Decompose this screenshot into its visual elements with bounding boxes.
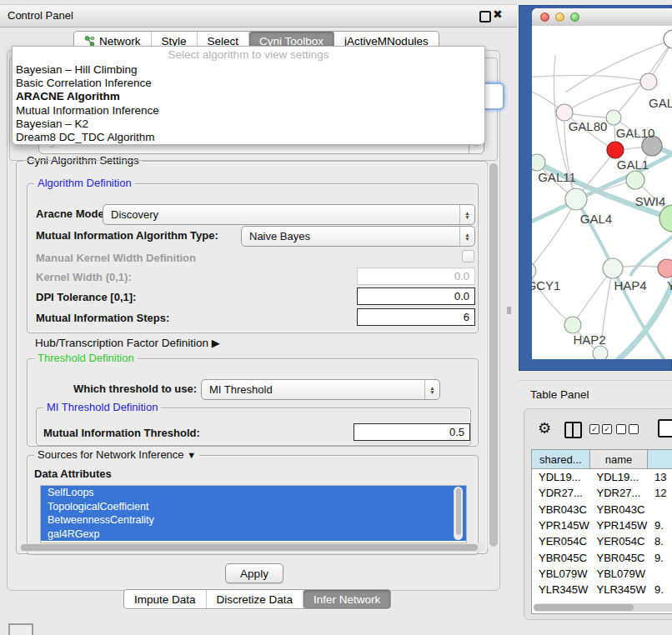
table-cell: YBR043C: [532, 502, 590, 518]
table-cell: YDL19...: [590, 469, 649, 485]
show-columns-icon[interactable]: ✓ ✓: [589, 424, 612, 434]
network-window-titlebar[interactable]: [532, 8, 672, 27]
zoom-traffic-icon[interactable]: [570, 12, 579, 22]
table-cell: 9.: [648, 582, 672, 598]
settings-vscrollbar[interactable]: [487, 161, 499, 552]
network-node[interactable]: [532, 154, 545, 171]
attribute-list-item[interactable]: TopologicalCoefficient: [41, 500, 466, 514]
node-label: HAP2: [573, 332, 605, 347]
algorithm-popup-placeholder: Select algorithm to view settings: [13, 47, 484, 62]
which-threshold-combo[interactable]: MI Threshold ▲▼: [201, 379, 440, 400]
table-row[interactable]: YDR27...YDR27...12: [532, 485, 672, 501]
close-traffic-icon[interactable]: [540, 12, 549, 22]
network-node[interactable]: [658, 259, 672, 278]
network-node-labels: GALGAL80GAL10GAL1SWI4GAL11GAL4GCY1HAP4YH…: [532, 96, 672, 347]
algorithm-option[interactable]: Dream8 DC_TDC Algorithm: [13, 130, 484, 143]
table-cell: YIL052C: [532, 598, 590, 602]
kernel-width-label: Kernel Width (0,1):: [36, 271, 132, 283]
table-cell: YBR045C: [590, 549, 649, 565]
network-node[interactable]: [593, 346, 608, 359]
scroll-thumb[interactable]: [21, 544, 478, 551]
network-node[interactable]: [626, 171, 644, 189]
mi-threshold-input[interactable]: 0.5: [354, 423, 470, 441]
network-node[interactable]: [556, 104, 573, 121]
scroll-thumb[interactable]: [456, 488, 461, 535]
apply-button[interactable]: Apply: [225, 563, 283, 583]
algorithm-option[interactable]: Bayesian – K2: [13, 117, 484, 130]
table-row[interactable]: YDL19...YDL19...13: [532, 469, 672, 485]
settings-hscrollbar[interactable]: [20, 543, 484, 552]
mi-threshold-group: MI Threshold Definition Mutual Informati…: [36, 408, 471, 446]
float-window-icon[interactable]: [479, 11, 491, 22]
node-label: GAL80: [569, 119, 608, 133]
network-node[interactable]: [640, 73, 657, 90]
network-canvas[interactable]: GALGAL80GAL10GAL1SWI4GAL11GAL4GCY1HAP4YH…: [532, 26, 672, 359]
table-row[interactable]: YPR145WYPR145W9.: [532, 518, 672, 533]
split-panel-icon[interactable]: [564, 422, 582, 438]
data-attributes-list[interactable]: SelfLoopsTopologicalCoefficientBetweenne…: [40, 485, 467, 543]
collapsed-arrow-icon: ▶: [212, 337, 220, 349]
algorithm-option[interactable]: ARACNE Algorithm: [13, 90, 484, 103]
threshold-definition-title: Threshold Definition: [34, 352, 138, 364]
table-row[interactable]: YBR043CYBR043C: [532, 502, 672, 518]
table-row[interactable]: YBR045CYBR045C9.: [532, 549, 672, 565]
dpi-tolerance-label: DPI Tolerance [0,1]:: [36, 291, 136, 303]
scroll-thumb[interactable]: [489, 163, 498, 547]
hub-definition-toggle[interactable]: Hub/Transcription Factor Definition ▶: [35, 337, 220, 349]
network-node[interactable]: [564, 317, 581, 333]
network-node[interactable]: [606, 110, 621, 125]
tab-discretize-data[interactable]: Discretize Data: [207, 590, 304, 608]
column-header-clipped[interactable]: [648, 450, 672, 468]
algorithm-definition-title: Algorithm Definition: [34, 177, 135, 189]
algorithm-option[interactable]: Mutual Information Inference: [13, 103, 484, 117]
scroll-thumb[interactable]: [534, 604, 634, 611]
table-cell: [648, 566, 672, 582]
bottom-tabbar: Impute Data Discretize Data Infer Networ…: [123, 589, 391, 609]
network-node[interactable]: [664, 30, 672, 48]
document-icon[interactable]: [658, 419, 672, 438]
aracne-mode-combo[interactable]: Discovery ▲▼: [103, 204, 475, 225]
attribute-list-item[interactable]: gal4RGexp: [41, 528, 466, 542]
dpi-tolerance-input[interactable]: 0.0: [357, 288, 475, 305]
network-node[interactable]: [607, 142, 624, 158]
mi-threshold-title: MI Threshold Definition: [43, 401, 161, 413]
collapsed-panel-stub[interactable]: [8, 623, 33, 635]
table-row[interactable]: YER054CYER054C8.: [532, 533, 672, 549]
minimize-traffic-icon[interactable]: [555, 12, 564, 22]
threshold-definition-group: Threshold Definition Which threshold to …: [27, 358, 479, 447]
attribute-list-item[interactable]: SelfLoops: [41, 486, 466, 500]
table-row[interactable]: YBL079WYBL079W: [532, 566, 672, 582]
mi-steps-input[interactable]: 6: [357, 308, 475, 326]
column-header-name[interactable]: name: [590, 450, 649, 468]
expanded-arrow-icon[interactable]: ▼: [187, 450, 196, 460]
mi-type-combo[interactable]: Naive Bayes ▲▼: [241, 226, 475, 247]
close-icon[interactable]: ✖: [493, 8, 503, 21]
control-panel-title: Control Panel: [8, 9, 73, 22]
table-row[interactable]: YIL052CYIL052C9: [532, 598, 672, 602]
column-header-shared[interactable]: shared...: [532, 450, 590, 468]
algorithm-option[interactable]: Bayesian – Hill Climbing: [13, 62, 484, 76]
table-row[interactable]: YLR345WYLR345W9.: [532, 582, 672, 598]
splitter-grip[interactable]: [507, 307, 511, 314]
gear-icon[interactable]: ⚙: [538, 419, 551, 438]
node-label: GAL11: [538, 170, 576, 184]
network-node[interactable]: [565, 188, 587, 210]
manual-kernel-checkbox[interactable]: [462, 250, 474, 262]
algorithm-option[interactable]: Basic Correlation Inference: [13, 76, 484, 89]
node-label: Y: [667, 278, 672, 292]
table-header-row: shared... name: [532, 450, 672, 469]
attributes-vscrollbar[interactable]: [454, 487, 463, 540]
attribute-list-item[interactable]: BetweennessCentrality: [41, 513, 466, 528]
table-cell: YER054C: [532, 533, 590, 549]
tab-impute-data[interactable]: Impute Data: [124, 590, 207, 608]
unchecked-checkbox-icon: [629, 424, 639, 434]
tab-infer-network[interactable]: Infer Network: [303, 590, 390, 608]
network-node[interactable]: [532, 262, 536, 279]
mi-type-label: Mutual Information Algorithm Type:: [36, 229, 218, 242]
network-node[interactable]: [603, 258, 623, 278]
table-body: YDL19...YDL19...13YDR27...YDR27...12YBR0…: [532, 469, 672, 602]
hide-columns-icon[interactable]: [616, 424, 639, 434]
table-hscrollbar[interactable]: [534, 603, 672, 612]
data-attributes-label: Data Attributes: [34, 468, 112, 480]
network-node[interactable]: [659, 205, 672, 232]
